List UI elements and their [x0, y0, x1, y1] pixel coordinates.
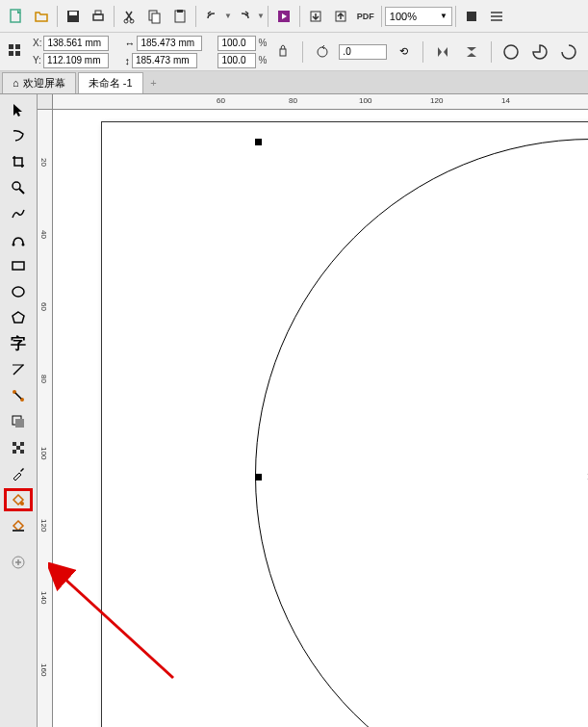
- selection-handle-w[interactable]: [255, 474, 262, 480]
- x-input[interactable]: [43, 36, 109, 51]
- x-label: X:: [33, 38, 41, 48]
- paste-button[interactable]: [168, 5, 192, 28]
- undo-button[interactable]: [200, 5, 223, 28]
- add-tool-button[interactable]: [4, 551, 33, 574]
- interactive-fill-tool[interactable]: [4, 488, 33, 511]
- selection-handle-nw[interactable]: [255, 139, 262, 145]
- document-tabs: ⌂欢迎屏幕 未命名 -1 +: [0, 71, 588, 94]
- ruler-v-tick: 160: [39, 663, 48, 676]
- ruler-vertical[interactable]: 20 40 60 80 100 120 140 160: [38, 110, 53, 727]
- y-label: Y:: [33, 55, 41, 65]
- tab-untitled-label: 未命名 -1: [89, 76, 133, 91]
- launch-button[interactable]: [272, 5, 295, 28]
- ruler-v-tick: 80: [39, 375, 48, 383]
- snap-button[interactable]: [460, 5, 483, 28]
- ruler-horizontal[interactable]: 60 80 100 120 14: [53, 94, 588, 110]
- outline-tool[interactable]: [4, 514, 33, 537]
- open-button[interactable]: [30, 5, 53, 28]
- svg-point-25: [13, 182, 20, 190]
- main-area: 字 60 80 100 120 14 20 40 60 80 100 120 1…: [0, 94, 588, 727]
- canvas-area: 60 80 100 120 14 20 40 60 80 100 120 140…: [38, 94, 588, 727]
- pdf-button[interactable]: PDF: [354, 5, 377, 28]
- zoom-tool[interactable]: [4, 176, 33, 199]
- svg-rect-19: [15, 44, 20, 49]
- object-position-icon[interactable]: [5, 40, 28, 64]
- ruler-v-tick: 60: [39, 302, 48, 311]
- svg-rect-20: [9, 51, 13, 56]
- cut-button[interactable]: [118, 5, 141, 28]
- rotation-apply-icon[interactable]: ⟲: [392, 40, 415, 64]
- svg-rect-37: [13, 450, 16, 454]
- polygon-tool[interactable]: [4, 306, 33, 329]
- text-tool[interactable]: 字: [4, 332, 33, 355]
- percent-label: %: [258, 38, 267, 48]
- height-icon: ↕: [124, 55, 130, 66]
- mirror-h-button[interactable]: [431, 40, 454, 64]
- new-button[interactable]: [5, 5, 28, 28]
- width-input[interactable]: [137, 36, 202, 51]
- print-button[interactable]: [87, 5, 110, 28]
- copy-button[interactable]: [143, 5, 166, 28]
- svg-point-29: [13, 287, 24, 297]
- save-button[interactable]: [62, 5, 85, 28]
- zoom-dropdown[interactable]: 100%▼: [385, 7, 452, 26]
- y-input[interactable]: [43, 53, 109, 68]
- freehand-tool[interactable]: [4, 202, 33, 225]
- main-toolbar: ▼ ▼ PDF 100%▼: [0, 0, 588, 33]
- rectangle-tool[interactable]: [4, 254, 33, 277]
- shadow-tool[interactable]: [4, 410, 33, 433]
- ruler-v-tick: 20: [39, 158, 48, 167]
- svg-rect-34: [13, 442, 16, 446]
- crop-tool[interactable]: [4, 150, 33, 173]
- tab-untitled[interactable]: 未命名 -1: [78, 72, 143, 93]
- scale-x-input[interactable]: [217, 36, 256, 51]
- lock-ratio-button[interactable]: [271, 40, 294, 64]
- ruler-v-tick: 100: [39, 447, 48, 459]
- ruler-corner[interactable]: [38, 94, 53, 110]
- pie-mode-button[interactable]: [528, 40, 551, 64]
- connector-tool[interactable]: [4, 384, 33, 407]
- eyedropper-tool[interactable]: [4, 462, 33, 485]
- ellipse-mode-button[interactable]: [499, 40, 523, 64]
- zoom-value: 100%: [390, 11, 417, 22]
- ruler-v-tick: 120: [39, 519, 48, 532]
- percent-label-2: %: [258, 55, 267, 65]
- ruler-h-tick: 60: [217, 96, 225, 105]
- pick-tool[interactable]: [4, 98, 33, 121]
- tab-welcome[interactable]: ⌂欢迎屏幕: [2, 72, 76, 93]
- properties-bar: X: Y: ↔ ↕ % % ⟲: [0, 33, 588, 71]
- redo-button[interactable]: [233, 5, 256, 28]
- svg-rect-38: [20, 450, 24, 454]
- ruler-h-tick: 100: [359, 96, 371, 105]
- rotation-input[interactable]: [339, 44, 387, 60]
- ruler-h-tick: 120: [430, 96, 443, 105]
- svg-point-39: [20, 502, 24, 506]
- svg-rect-17: [491, 19, 502, 21]
- svg-rect-14: [467, 12, 476, 21]
- svg-rect-28: [13, 262, 24, 270]
- tab-add-button[interactable]: +: [145, 75, 163, 91]
- line-tool[interactable]: [4, 358, 33, 381]
- svg-rect-22: [280, 49, 286, 56]
- scale-y-input[interactable]: [217, 53, 256, 68]
- ruler-h-tick: 80: [289, 96, 297, 105]
- height-input[interactable]: [132, 53, 197, 68]
- svg-rect-3: [93, 14, 103, 20]
- home-icon: ⌂: [13, 77, 19, 89]
- options-button[interactable]: [485, 5, 508, 28]
- svg-rect-2: [69, 12, 77, 15]
- svg-point-23: [318, 47, 327, 57]
- mirror-v-button[interactable]: [460, 40, 483, 64]
- transparency-tool[interactable]: [4, 436, 33, 459]
- arc-mode-button[interactable]: [557, 40, 580, 64]
- svg-rect-18: [9, 44, 13, 49]
- svg-rect-16: [491, 15, 502, 17]
- export-button[interactable]: [329, 5, 352, 28]
- import-button[interactable]: [304, 5, 327, 28]
- canvas[interactable]: ×: [53, 110, 588, 727]
- tab-welcome-label: 欢迎屏幕: [23, 76, 65, 91]
- shape-tool[interactable]: [4, 124, 33, 147]
- ellipse-tool[interactable]: [4, 280, 33, 303]
- pen-tool[interactable]: [4, 228, 33, 251]
- rotation-icon: [311, 40, 334, 64]
